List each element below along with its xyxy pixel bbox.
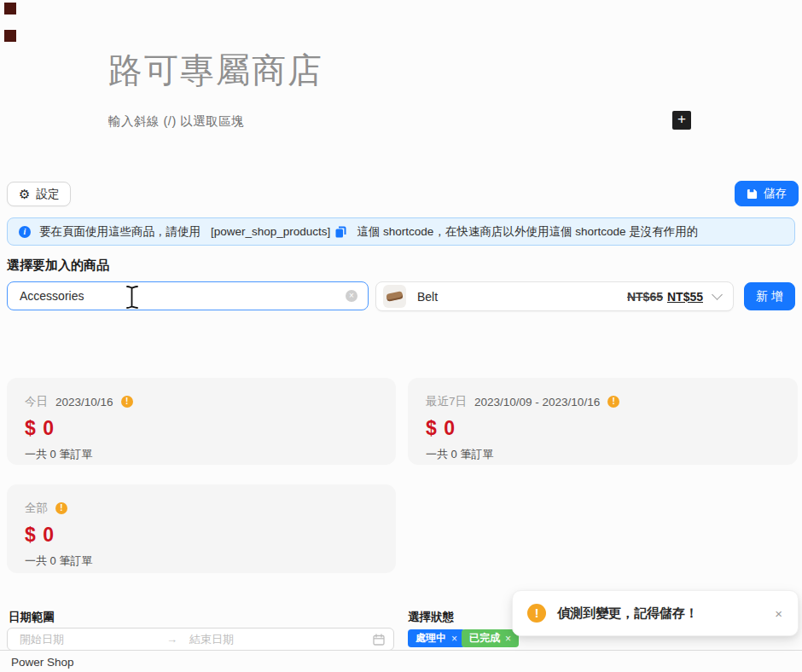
warning-circle-icon: ! — [607, 396, 619, 408]
toast-message: 偵測到變更，記得儲存！ — [557, 605, 775, 622]
status-tag-label: 處理中 — [416, 631, 446, 646]
stat-card-orders: 一共 0 筆訂單 — [426, 447, 780, 462]
status-tag-processing[interactable]: 處理中 × — [408, 629, 465, 647]
status-tag-completed[interactable]: 已完成 × — [462, 629, 519, 647]
start-date-placeholder[interactable]: 開始日期 — [20, 632, 64, 647]
warning-circle-icon: ! — [55, 502, 67, 514]
shortcode-text: [power_shop_products] — [211, 225, 330, 238]
product-thumbnail — [383, 285, 406, 308]
stat-card-amount: $ 0 — [25, 417, 378, 440]
copy-icon[interactable] — [335, 226, 346, 238]
screen-artifact-square — [4, 3, 16, 14]
info-circle-icon: i — [19, 226, 31, 238]
stat-card-today: 今日 2023/10/16 ! $ 0 一共 0 筆訂單 — [7, 378, 396, 465]
settings-button[interactable]: ⚙ 設定 — [7, 182, 71, 206]
status-tag-label: 已完成 — [469, 631, 500, 646]
range-arrow-icon: → — [166, 633, 177, 646]
close-icon[interactable]: × — [775, 606, 782, 621]
settings-button-label: 設定 — [36, 187, 59, 202]
stat-card-last7days: 最近7日 2023/10/09 - 2023/10/16 ! $ 0 一共 0 … — [408, 378, 798, 465]
product-select[interactable]: Belt NT$65 NT$55 — [375, 281, 734, 311]
warning-circle-icon: ! — [527, 604, 546, 623]
stat-card-amount: $ 0 — [426, 417, 780, 440]
stat-card-period: 2023/10/16 — [55, 396, 113, 408]
product-search-input[interactable]: Accessories × — [7, 281, 369, 310]
footer-divider — [0, 650, 802, 651]
add-product-button-label: 新 增 — [756, 289, 783, 304]
stat-card-title: 最近7日 — [426, 394, 467, 409]
status-filter-label: 選擇狀態 — [408, 610, 454, 625]
unsaved-changes-toast: ! 偵測到變更，記得儲存！ × — [512, 590, 799, 636]
save-button-label: 儲存 — [764, 186, 787, 201]
product-sale-price: NT$55 — [667, 290, 703, 304]
product-regular-price: NT$65 — [627, 290, 663, 304]
belt-image — [386, 291, 403, 302]
stat-card-title: 今日 — [25, 394, 48, 409]
stat-card-amount: $ 0 — [25, 524, 378, 547]
banner-text-after: 這個 shortcode，在快速商店以外使用這個 shortcode 是沒有作用… — [357, 224, 698, 240]
remove-tag-icon[interactable]: × — [451, 633, 457, 645]
calendar-icon — [373, 634, 385, 646]
banner-text-before: 要在頁面使用這些商品，請使用 — [39, 224, 200, 240]
stat-card-title: 全部 — [25, 501, 48, 516]
add-product-button[interactable]: 新 增 — [744, 282, 795, 310]
remove-tag-icon[interactable]: × — [505, 633, 511, 645]
product-name: Belt — [417, 290, 627, 304]
page-title[interactable]: 路可專屬商店 — [108, 47, 323, 94]
stat-card-orders: 一共 0 筆訂單 — [25, 553, 378, 569]
date-range-label: 日期範圍 — [9, 610, 55, 625]
stat-card-period: 2023/10/09 - 2023/10/16 — [474, 396, 600, 408]
save-button[interactable]: 儲存 — [735, 181, 799, 206]
clear-input-icon[interactable]: × — [346, 290, 357, 302]
warning-circle-icon: ! — [121, 396, 133, 408]
save-icon — [747, 188, 758, 200]
shortcode-info-banner: i 要在頁面使用這些商品，請使用 [power_shop_products] 這… — [7, 217, 795, 246]
chevron-down-icon — [712, 289, 723, 300]
end-date-placeholder[interactable]: 結束日期 — [189, 632, 234, 647]
product-picker-label: 選擇要加入的商品 — [7, 258, 109, 274]
plus-icon: + — [677, 111, 686, 127]
block-inserter-button[interactable]: + — [672, 111, 691, 130]
screen-artifact-square — [4, 30, 16, 42]
date-range-picker[interactable]: 開始日期 → 結束日期 — [7, 628, 394, 651]
stat-card-all: 全部 ! $ 0 一共 0 筆訂單 — [7, 484, 396, 573]
gear-icon: ⚙ — [19, 188, 30, 200]
plugin-brand-text: Power Shop — [11, 656, 74, 669]
block-appender-placeholder[interactable]: 輸入斜線 (/) 以選取區塊 — [108, 113, 244, 130]
product-search-value: Accessories — [20, 289, 346, 303]
text-cursor-pointer — [125, 285, 139, 310]
stat-card-orders: 一共 0 筆訂單 — [25, 447, 378, 462]
